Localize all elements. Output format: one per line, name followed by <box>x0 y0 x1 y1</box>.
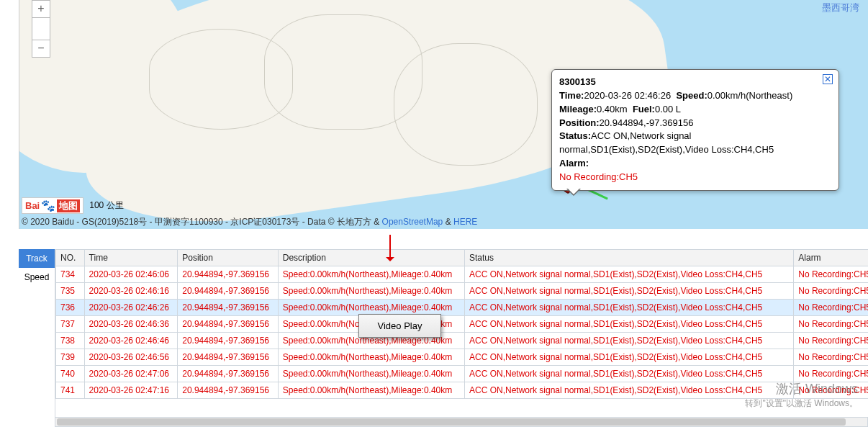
cell-alarm: No Recording:CH5 <box>794 382 868 399</box>
info-position-label: Position: <box>559 117 600 128</box>
map-credits: © 2020 Baidu - GS(2019)5218号 - 甲测资字11009… <box>22 216 477 228</box>
cell-desc: Speed:0.00km/h(Northeast),Mileage:0.40km <box>278 266 464 283</box>
track-table: NO. Time Position Description Status Ala… <box>55 249 868 399</box>
close-icon[interactable]: ✕ <box>823 74 833 84</box>
cell-time: 2020-03-26 02:46:56 <box>84 349 178 366</box>
map-info-window: ✕ 8300135 Time:2020-03-26 02:46:26 Speed… <box>551 69 839 191</box>
info-alarm-label: Alarm: <box>559 158 589 168</box>
map-zoom-control: + − <box>32 0 50 58</box>
info-mileage: 0.40km <box>597 104 628 114</box>
cell-time: 2020-03-26 02:46:26 <box>84 300 178 316</box>
zoom-in-button[interactable]: + <box>32 1 50 18</box>
table-row[interactable]: 7412020-03-26 02:47:1620.944894,-97.3691… <box>56 382 869 399</box>
table-row[interactable]: 7382020-03-26 02:46:4620.944894,-97.3691… <box>56 333 869 349</box>
cell-status: ACC ON,Network signal normal,SD1(Exist),… <box>464 300 793 316</box>
cell-pos: 20.944894,-97.369156 <box>178 300 279 316</box>
cell-status: ACC ON,Network signal normal,SD1(Exist),… <box>464 366 793 382</box>
horizontal-scrollbar[interactable] <box>55 417 868 427</box>
cell-alarm: No Recording:CH5 <box>794 283 868 300</box>
cell-alarm: No Recording:CH5 <box>794 333 868 349</box>
credits-text: © 2020 Baidu - GS(2019)5218号 - 甲测资字11009… <box>22 217 382 227</box>
cell-status: ACC ON,Network signal normal,SD1(Exist),… <box>464 349 793 366</box>
cell-status: ACC ON,Network signal normal,SD1(Exist),… <box>464 283 793 300</box>
cell-no: 741 <box>56 382 85 399</box>
th-time[interactable]: Time <box>84 250 178 266</box>
baidu-text: Bai <box>25 200 40 211</box>
cell-pos: 20.944894,-97.369156 <box>178 349 279 366</box>
tab-speed[interactable]: Speed <box>19 268 55 287</box>
map-canvas[interactable]: 墨西哥湾 ✕ 8300135 Time:2020-03-26 02:46:26 … <box>19 0 868 229</box>
table-row[interactable]: 7342020-03-26 02:46:0620.944894,-97.3691… <box>56 266 869 283</box>
info-status-label: Status: <box>559 130 591 141</box>
cell-alarm: No Recording:CH5 <box>794 349 868 366</box>
cell-no: 739 <box>56 349 85 366</box>
table-row[interactable]: 7362020-03-26 02:46:2620.944894,-97.3691… <box>56 300 869 316</box>
cell-no: 735 <box>56 283 85 300</box>
th-status[interactable]: Status <box>464 250 793 266</box>
cell-pos: 20.944894,-97.369156 <box>178 283 279 300</box>
cell-no: 738 <box>56 333 85 349</box>
cell-status: ACC ON,Network signal normal,SD1(Exist),… <box>464 266 793 283</box>
cell-desc: Speed:0.00km/h(Northeast),Mileage:0.40km <box>278 349 464 366</box>
table-body: 7342020-03-26 02:46:0620.944894,-97.3691… <box>56 266 869 399</box>
cell-alarm: No Recording:CH5 <box>794 300 868 316</box>
info-speed: 0.00km/h(Northeast) <box>707 90 793 101</box>
info-row: Status:ACC ON,Network signal normal,SD1(… <box>559 130 831 157</box>
cell-alarm: No Recording:CH5 <box>794 366 868 382</box>
table-row[interactable]: 7392020-03-26 02:46:5620.944894,-97.3691… <box>56 349 869 366</box>
track-table-wrap[interactable]: NO. Time Position Description Status Ala… <box>55 249 868 417</box>
paw-icon: 🐾 <box>41 199 55 212</box>
cell-time: 2020-03-26 02:46:16 <box>84 283 178 300</box>
info-row: Position:20.944894,-97.369156 <box>559 117 831 130</box>
cell-no: 737 <box>56 316 85 333</box>
zoom-out-button[interactable]: − <box>32 40 50 57</box>
info-row: Time:2020-03-26 02:46:26 Speed:0.00km/h(… <box>559 89 831 103</box>
cell-pos: 20.944894,-97.369156 <box>178 316 279 333</box>
credits-link-here[interactable]: HERE <box>453 217 477 227</box>
cell-desc: Speed:0.00km/h(Northeast),Mileage:0.40km <box>278 366 464 382</box>
credits-link-osm[interactable]: OpenStreetMap <box>382 217 443 227</box>
cell-no: 734 <box>56 266 85 283</box>
cell-time: 2020-03-26 02:46:06 <box>84 266 178 283</box>
info-window-tail <box>566 189 581 203</box>
cell-status: ACC ON,Network signal normal,SD1(Exist),… <box>464 316 793 333</box>
baidu-text2: 地图 <box>57 199 80 212</box>
cell-time: 2020-03-26 02:46:46 <box>84 333 178 349</box>
cell-time: 2020-03-26 02:46:36 <box>84 316 178 333</box>
map-label-gulf: 墨西哥湾 <box>822 1 859 14</box>
cell-pos: 20.944894,-97.369156 <box>178 382 279 399</box>
pointer-arrow-icon <box>386 235 394 266</box>
info-time-label: Time: <box>559 90 584 101</box>
info-status: ACC ON,Network signal normal,SD1(Exist),… <box>559 130 774 155</box>
cell-time: 2020-03-26 02:47:16 <box>84 382 178 399</box>
cell-pos: 20.944894,-97.369156 <box>178 266 279 283</box>
th-no[interactable]: NO. <box>56 250 85 266</box>
map-attribution: Bai 🐾 地图 100 公里 <box>22 197 124 214</box>
th-position[interactable]: Position <box>178 250 279 266</box>
info-fuel: 0.00 L <box>655 104 681 114</box>
info-mileage-label: Mileage: <box>559 104 597 114</box>
info-device-id: 8300135 <box>559 76 831 89</box>
map-region-outline <box>394 43 538 166</box>
side-tabs: Track Speed <box>19 249 55 287</box>
cell-alarm: No Recording:CH5 <box>794 316 868 333</box>
scrollbar-thumb[interactable] <box>57 418 846 426</box>
cell-status: ACC ON,Network signal normal,SD1(Exist),… <box>464 333 793 349</box>
cell-time: 2020-03-26 02:47:06 <box>84 366 178 382</box>
table-row[interactable]: 7402020-03-26 02:47:0620.944894,-97.3691… <box>56 366 869 382</box>
info-fuel-label: Fuel: <box>633 104 655 114</box>
table-row[interactable]: 7352020-03-26 02:46:1620.944894,-97.3691… <box>56 283 869 300</box>
th-alarm[interactable]: Alarm <box>794 250 868 266</box>
cell-desc: Speed:0.00km/h(Northeast),Mileage:0.40km <box>278 283 464 300</box>
cell-desc: Speed:0.00km/h(Northeast),Mileage:0.40km <box>278 382 464 399</box>
info-position: 20.944894,-97.369156 <box>600 117 694 128</box>
th-description[interactable]: Description <box>278 250 464 266</box>
credits-amp: & <box>446 217 453 227</box>
info-row: Mileage:0.40km Fuel:0.00 L <box>559 103 831 117</box>
context-menu-video-play[interactable]: Video Play <box>358 314 441 338</box>
table-row[interactable]: 7372020-03-26 02:46:3620.944894,-97.3691… <box>56 316 869 333</box>
info-speed-label: Speed: <box>676 90 707 101</box>
zoom-slider[interactable] <box>32 18 50 40</box>
tab-track[interactable]: Track <box>19 249 55 268</box>
baidu-logo-icon: Bai 🐾 地图 <box>22 197 83 214</box>
